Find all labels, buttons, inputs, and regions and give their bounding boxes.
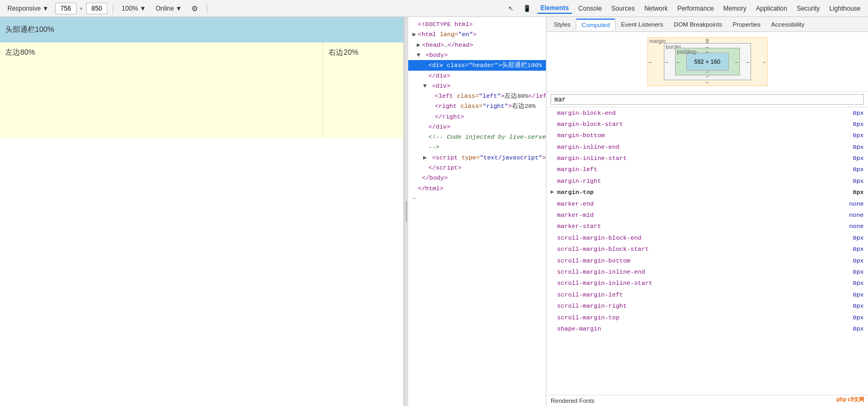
settings-icon-btn[interactable]: ⚙ (188, 3, 201, 14)
tab-computed[interactable]: Computed (576, 19, 616, 30)
computed-property-name: marker-start (557, 222, 837, 231)
watermark: php c9文网 (835, 395, 866, 404)
network-tab-top[interactable]: Network (641, 4, 671, 13)
computed-property-value: 0px (837, 131, 864, 140)
box-model: margin 8 – – – border – – – – (647, 37, 768, 86)
dom-header-div[interactable]: <div class="header">头部通栏100% (408, 60, 546, 70)
devtools-body: <!DOCTYPE html> ▶<html lang="en"> ▶<head… (408, 17, 868, 406)
dom-body-open[interactable]: ▼ <body> (408, 50, 546, 60)
computed-property-value: 0px (837, 313, 864, 323)
computed-row: scroll-margin-inline-end0px (546, 266, 868, 277)
computed-row: margin-inline-end0px (546, 141, 868, 153)
dom-dots[interactable]: … (408, 193, 546, 201)
responsive-dropdown[interactable]: Responsive ▼ (4, 4, 52, 13)
cursor-icon: ↖ (508, 5, 513, 12)
computed-property-value: 8px (837, 120, 864, 129)
preview-right: 右边20% (323, 43, 403, 138)
styles-tabs: Styles Computed Event Listeners DOM Brea… (546, 17, 868, 32)
triangle-body: ▼ (417, 50, 422, 60)
console-tab-top[interactable]: Console (575, 4, 605, 13)
triangle-html: ▶ (412, 30, 418, 39)
computed-row: margin-block-end0px (546, 107, 868, 119)
computed-property-value: 0px (837, 165, 864, 174)
tab-styles[interactable]: Styles (549, 19, 576, 30)
computed-property-name: scroll-margin-left (557, 290, 837, 300)
dom-header-close[interactable]: </div> (408, 71, 546, 81)
rendered-fonts-section: Rendered Fonts (546, 395, 868, 406)
dom-script-close[interactable]: </script> (408, 163, 546, 173)
computed-row: marker-midnone (546, 210, 868, 221)
dots-content: … (412, 194, 416, 200)
computed-row: scroll-margin-bottom0px (546, 255, 868, 266)
computed-property-name: marker-mid (557, 210, 837, 220)
network-label-top: Network (644, 5, 668, 12)
padding-left-val: – (677, 59, 680, 65)
computed-property-name: scroll-margin-top (557, 313, 837, 323)
computed-property-value: 0px (837, 301, 864, 311)
computed-property-name: margin-block-end (557, 108, 837, 118)
computed-property-name: scroll-margin-inline-end (557, 267, 837, 277)
dom-body-close[interactable]: </body> (408, 173, 546, 183)
performance-tab-top[interactable]: Performance (674, 4, 717, 13)
computed-property-name: margin-bottom (557, 131, 837, 140)
computed-row: marker-endnone (546, 198, 868, 209)
width-input[interactable] (55, 3, 77, 14)
computed-property-name: margin-inline-end (557, 142, 837, 152)
computed-expand-icon[interactable]: ▶ (551, 188, 557, 197)
computed-property-value: 0px (837, 267, 864, 277)
tab-properties[interactable]: Properties (727, 19, 765, 30)
dom-head[interactable]: ▶<head>…</head> (408, 40, 546, 50)
box-content: 592 × 160 (686, 53, 729, 71)
computed-row: shape-margin0px (546, 323, 868, 334)
tab-dom-breakpoints[interactable]: DOM Breakpoints (669, 19, 728, 30)
computed-property-name: marker-end (557, 199, 837, 209)
dom-comment-end[interactable]: --> (408, 142, 546, 152)
dom-div2-close[interactable]: </div> (408, 122, 546, 132)
dom-comment[interactable]: <!-- Code injected by live-server - (408, 132, 546, 142)
tab-event-listeners[interactable]: Event Listeners (616, 19, 668, 30)
cursor-icon-btn[interactable]: ↖ (505, 4, 517, 13)
elements-tab-top[interactable]: Elements (537, 3, 572, 14)
computed-property-name: scroll-margin-block-end (557, 233, 837, 243)
computed-property-name: scroll-margin-bottom (557, 256, 837, 266)
left-text: 左边80% (5, 48, 35, 56)
computed-property-name: margin-left (557, 165, 837, 174)
resize-divider[interactable] (404, 17, 408, 406)
computed-row: scroll-margin-right0px (546, 301, 868, 312)
computed-row: scroll-margin-top0px (546, 312, 868, 323)
dom-doctype[interactable]: <!DOCTYPE html> (408, 19, 546, 29)
security-label-top: Security (797, 5, 820, 12)
dom-panel[interactable]: <!DOCTYPE html> ▶<html lang="en"> ▶<head… (408, 17, 546, 406)
dom-div2-open[interactable]: ▼ <div> (408, 81, 546, 91)
responsive-arrow: ▼ (43, 5, 49, 12)
dom-left[interactable]: <left class="left">左边80%</left> (408, 91, 546, 101)
computed-filter-input[interactable] (551, 94, 864, 105)
computed-row: scroll-margin-block-start0px (546, 244, 868, 255)
lighthouse-tab-top[interactable]: Lighthouse (826, 4, 864, 13)
main-toolbar: Responsive ▼ × 100% ▼ Online ▼ ⚙ ↖ 📱 Ele… (0, 0, 868, 17)
computed-row: margin-right0px (546, 175, 868, 187)
zoom-dropdown[interactable]: 100% ▼ (119, 4, 149, 13)
memory-tab-top[interactable]: Memory (720, 4, 749, 13)
dom-html[interactable]: ▶<html lang="en"> (408, 29, 546, 39)
dom-html-close[interactable]: </html> (408, 183, 546, 193)
security-tab-top[interactable]: Security (794, 4, 823, 13)
application-tab-top[interactable]: Application (753, 4, 790, 13)
device-icon-btn[interactable]: 📱 (520, 4, 534, 13)
computed-property-value: 8px (837, 188, 864, 197)
dom-right-close[interactable]: </right> (408, 112, 546, 122)
border-left-val: – (665, 59, 669, 65)
sources-tab-top[interactable]: Sources (608, 4, 638, 13)
tab-accessibility[interactable]: Accessibility (766, 19, 810, 30)
online-dropdown[interactable]: Online ▼ (153, 4, 186, 13)
border-right-val: – (746, 59, 749, 65)
computed-property-value: 0px (837, 108, 864, 118)
dom-right-open[interactable]: <right class="right">右边20% (408, 101, 546, 111)
preview-content: 头部通栏100% 左边80% 右边20% (0, 17, 403, 406)
computed-property-value: 0px (837, 278, 864, 288)
computed-property-name: margin-inline-start (557, 154, 837, 163)
dom-script[interactable]: ▶ <script type="text/javascript">… (408, 153, 546, 163)
computed-property-value: 0px (837, 233, 864, 243)
height-input[interactable] (86, 3, 107, 14)
margin-left-val: – (649, 59, 652, 65)
